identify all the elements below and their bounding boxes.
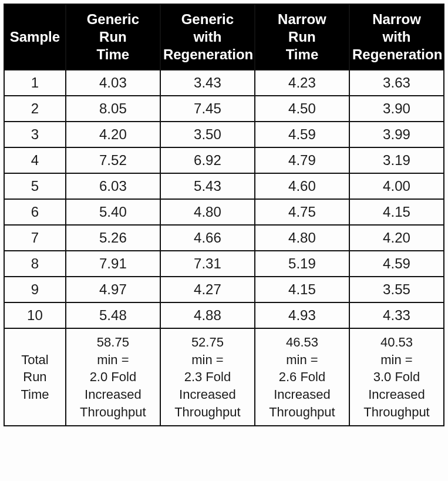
summary-text: min = [258, 351, 346, 369]
cell-value: 7.91 [66, 251, 160, 277]
summary-text: 2.3 Fold [163, 368, 252, 386]
summary-text: 2.0 Fold [69, 368, 157, 386]
table-row: 6 5.40 4.80 4.75 4.15 [4, 199, 444, 225]
cell-value: 8.05 [66, 96, 160, 122]
summary-narrow-run: 46.53 min = 2.6 Fold Increased Throughpu… [255, 328, 349, 426]
summary-text: Increased [163, 386, 252, 403]
cell-value: 5.26 [66, 225, 160, 251]
table-row: 5 6.03 5.43 4.60 4.00 [4, 173, 444, 199]
cell-sample: 1 [4, 70, 66, 96]
cell-value: 5.19 [255, 251, 349, 277]
cell-value: 4.59 [349, 251, 444, 277]
table-header: Sample Generic Run Time Generic with Reg… [4, 4, 444, 70]
summary-text: Throughput [352, 403, 441, 421]
cell-sample: 9 [4, 277, 66, 302]
cell-value: 3.19 [349, 147, 444, 173]
summary-text: min = [69, 351, 157, 369]
cell-value: 4.93 [255, 302, 349, 328]
cell-sample: 10 [4, 302, 66, 328]
summary-text: min = [352, 351, 441, 369]
table-row: 7 5.26 4.66 4.80 4.20 [4, 225, 444, 251]
cell-value: 6.03 [66, 173, 160, 199]
summary-text: Increased [352, 386, 441, 403]
cell-value: 6.92 [160, 147, 255, 173]
cell-value: 4.00 [349, 173, 444, 199]
summary-narrow-regen: 40.53 min = 3.0 Fold Increased Throughpu… [349, 328, 444, 426]
summary-generic-regen: 52.75 min = 2.3 Fold Increased Throughpu… [160, 328, 255, 426]
header-generic-run-time: Generic Run Time [66, 4, 160, 70]
summary-row: Total Run Time 58.75 min = 2.0 Fold Incr… [4, 328, 444, 426]
summary-text: 40.53 [352, 334, 441, 351]
header-text: Generic [69, 11, 157, 28]
cell-value: 3.63 [349, 70, 444, 96]
summary-text: 52.75 [163, 334, 252, 351]
cell-value: 3.99 [349, 122, 444, 147]
cell-value: 4.27 [160, 277, 255, 302]
cell-value: 4.66 [160, 225, 255, 251]
cell-value: 3.50 [160, 122, 255, 147]
summary-text: 46.53 [258, 334, 346, 351]
header-generic-regen: Generic with Regeneration [160, 4, 255, 70]
cell-value: 3.90 [349, 96, 444, 122]
header-sample: Sample [4, 4, 66, 70]
header-row: Sample Generic Run Time Generic with Reg… [4, 4, 444, 70]
table-row: 4 7.52 6.92 4.79 3.19 [4, 147, 444, 173]
cell-value: 4.59 [255, 122, 349, 147]
header-text: with [352, 28, 441, 46]
cell-value: 7.45 [160, 96, 255, 122]
cell-value: 4.80 [160, 199, 255, 225]
header-text: Regeneration [163, 46, 252, 63]
cell-sample: 6 [4, 199, 66, 225]
cell-sample: 8 [4, 251, 66, 277]
cell-value: 4.23 [255, 70, 349, 96]
table-row: 2 8.05 7.45 4.50 3.90 [4, 96, 444, 122]
summary-text: Total [7, 351, 63, 369]
cell-value: 5.48 [66, 302, 160, 328]
summary-text: 3.0 Fold [352, 368, 441, 386]
cell-sample: 3 [4, 122, 66, 147]
cell-value: 7.31 [160, 251, 255, 277]
header-text: Regeneration [352, 46, 441, 63]
cell-value: 4.75 [255, 199, 349, 225]
summary-text: 58.75 [69, 334, 157, 351]
header-text: Generic [163, 11, 252, 28]
summary-text: Time [7, 386, 63, 403]
summary-generic-run: 58.75 min = 2.0 Fold Increased Throughpu… [66, 328, 160, 426]
summary-text: 2.6 Fold [258, 368, 346, 386]
cell-value: 4.15 [349, 199, 444, 225]
header-text: Run [258, 28, 346, 46]
cell-value: 4.20 [349, 225, 444, 251]
table-row: 8 7.91 7.31 5.19 4.59 [4, 251, 444, 277]
cell-value: 5.40 [66, 199, 160, 225]
table-row: 10 5.48 4.88 4.93 4.33 [4, 302, 444, 328]
summary-label: Total Run Time [4, 328, 66, 426]
header-text: Time [258, 46, 346, 63]
table-body: 1 4.03 3.43 4.23 3.63 2 8.05 7.45 4.50 3… [4, 70, 444, 426]
cell-value: 4.50 [255, 96, 349, 122]
cell-value: 4.15 [255, 277, 349, 302]
header-sample-text: Sample [7, 28, 63, 46]
summary-text: Throughput [69, 403, 157, 421]
header-text: with [163, 28, 252, 46]
summary-text: Throughput [163, 403, 252, 421]
cell-value: 4.03 [66, 70, 160, 96]
table-row: 9 4.97 4.27 4.15 3.55 [4, 277, 444, 302]
cell-value: 4.97 [66, 277, 160, 302]
header-narrow-run-time: Narrow Run Time [255, 4, 349, 70]
cell-sample: 5 [4, 173, 66, 199]
summary-text: Increased [258, 386, 346, 403]
cell-value: 4.33 [349, 302, 444, 328]
header-text: Time [69, 46, 157, 63]
cell-value: 4.79 [255, 147, 349, 173]
cell-value: 3.43 [160, 70, 255, 96]
cell-sample: 2 [4, 96, 66, 122]
cell-value: 3.55 [349, 277, 444, 302]
summary-text: Run [7, 368, 63, 386]
cell-value: 4.80 [255, 225, 349, 251]
cell-value: 4.60 [255, 173, 349, 199]
table-row: 1 4.03 3.43 4.23 3.63 [4, 70, 444, 96]
table-row: 3 4.20 3.50 4.59 3.99 [4, 122, 444, 147]
header-text: Narrow [352, 11, 441, 28]
cell-value: 4.88 [160, 302, 255, 328]
cell-value: 4.20 [66, 122, 160, 147]
